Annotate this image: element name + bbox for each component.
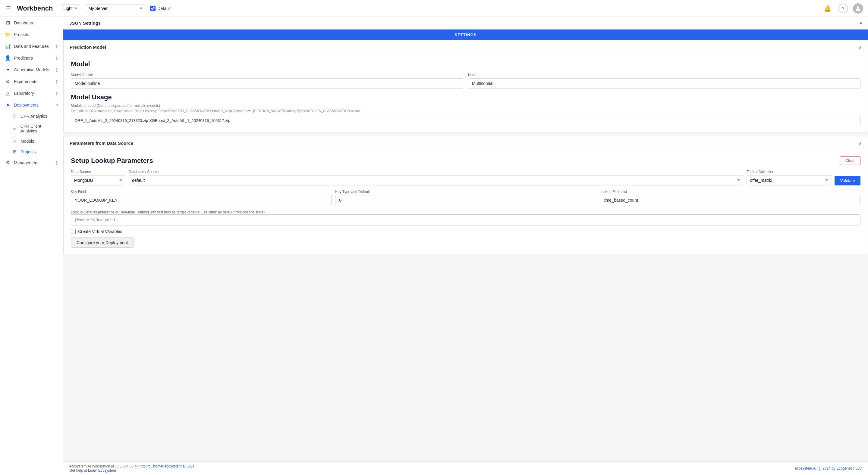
cpr-analytics-icon: ◎ [11,113,18,119]
footer-link[interactable]: http://customer.ecosystem.ai:3001 [140,464,194,468]
key-fields-row: Key Field Key Type and Default Lookup Fi… [71,190,861,205]
lookup-field-input[interactable] [600,195,861,205]
sidebar-label-models: Models [21,139,34,144]
validate-button[interactable]: Validate [835,176,861,185]
parameters-card: Parameters from Data Source ∧ Setup Look… [63,136,868,254]
lookup-defaults-label: Lookup Defaults (Inference or Real-time … [71,210,265,214]
sidebar-item-projects[interactable]: 📁 Projects [0,29,63,40]
server-select[interactable]: My Server [85,4,145,12]
footer: ecosystem.Ai Workbench (e) 0.6.304.05 on… [63,462,868,475]
models-icon: △ [11,138,18,144]
lookup-defaults-input[interactable] [71,214,861,226]
data-source-select[interactable]: MongoDB [71,175,125,185]
sidebar-item-cpr-analytics[interactable]: ◎ CPR Analytics [0,111,63,121]
chevron-icon-experiments: ❯ [55,79,58,84]
models-to-load-input[interactable] [71,115,861,126]
model-usage-title: Model Usage [71,93,861,101]
sidebar-item-predictors[interactable]: 👤 Predictors ❯ [0,52,63,64]
database-select[interactable]: default [129,175,743,185]
avatar[interactable] [853,3,863,13]
setup-title: Setup Lookup Parameters [71,157,153,165]
footer-version: ecosystem.Ai Workbench (e) 0.6.304.05 on [69,464,140,468]
deployments-icon: ➤ [5,102,11,108]
database-label: Database / Source [129,170,743,174]
sidebar: ⊞ Dashboard 📁 Projects 📊 Data and Featur… [0,17,63,475]
key-field-input[interactable] [71,195,332,205]
dashboard-icon: ⊞ [5,20,11,26]
chevron-icon-predictors: ❯ [55,56,58,60]
database-group: Database / Source default [129,170,743,185]
note-input[interactable] [468,78,861,89]
key-type-input[interactable] [335,195,596,205]
data-source-label: Data Source [71,170,125,174]
model-form-row: Model Outline Note [71,73,861,89]
experiments-icon: ⚙ [5,78,11,84]
key-field-group: Key Field [71,190,332,205]
sidebar-item-data-features[interactable]: 📊 Data and Features ❯ [0,40,63,52]
generative-icon: ✦ [5,67,11,72]
chevron-icon-management: ❯ [55,161,58,165]
sidebar-label-management: Management [14,161,38,165]
configure-deployment-button[interactable]: Configure your Deployment [71,238,133,248]
laboratory-icon: △ [5,90,11,96]
theme-select[interactable]: Light [60,4,80,12]
key-type-label: Key Type and Default [335,190,596,194]
sidebar-label-dashboard: Dashboard [14,21,35,25]
help-button[interactable]: ? [838,4,848,13]
sidebar-item-deployments[interactable]: ➤ Deployments ▾ [0,99,63,111]
data-source-group: Data Source MongoDB [71,170,125,185]
management-icon: ⚙ [5,160,11,166]
default-label: Default [157,6,170,11]
sidebar-item-dashboard[interactable]: ⊞ Dashboard [0,17,63,29]
setup-header: Setup Lookup Parameters Clear [71,156,861,165]
sidebar-item-experiments[interactable]: ⚙ Experiments ❯ [0,75,63,87]
default-checkbox[interactable] [150,6,156,11]
note-label: Note [468,73,861,77]
model-outline-input[interactable] [71,78,463,89]
data-features-icon: 📊 [5,43,11,49]
virtual-variables-label: Create Virtual Variables [78,229,122,234]
key-type-group: Key Type and Default [335,190,596,205]
virtual-variables-checkbox[interactable] [71,229,76,234]
json-settings-bar[interactable]: JSON Settings ▾ [63,17,868,30]
chevron-icon-deployments: ▾ [56,103,58,107]
clear-button[interactable]: Clear [840,156,861,165]
footer-help-link[interactable]: Learn Ecosystem [88,468,116,473]
sidebar-item-management[interactable]: ⚙ Management ❯ [0,157,63,169]
sidebar-label-experiments: Experiments [14,79,37,84]
sidebar-item-projects-sub[interactable]: ⊞ Projects [0,146,63,157]
model-outline-group: Model Outline [71,73,463,89]
parameters-title: Parameters from Data Source [70,141,133,146]
table-group: Table / Collection offer_matrix [747,170,831,185]
sidebar-label-generative: Generative Models [14,67,50,72]
sidebar-item-generative[interactable]: ✦ Generative Models ❯ [0,64,63,75]
sidebar-item-laboratory[interactable]: △ Laboratory ❯ [0,87,63,99]
json-settings-title: JSON Settings [69,21,101,26]
parameters-collapse-icon: ∧ [859,141,862,146]
projects-icon: 📁 [5,32,11,37]
model-usage-desc: Models to Load (Comma separated for mult… [71,104,861,108]
prediction-model-body: Model Model Outline Note Model Usage Mod… [64,54,868,132]
table-select[interactable]: offer_matrix [747,175,831,185]
sidebar-label-predictors: Predictors [14,56,33,61]
sidebar-label-cpr-analytics: CPR Analytics [21,114,47,118]
prediction-model-header[interactable]: Prediction Model ∧ [64,40,868,54]
svg-point-0 [857,6,859,9]
data-source-row: Data Source MongoDB Database / Source de… [71,170,861,185]
notification-bell[interactable]: 🔔 [821,4,834,13]
table-label: Table / Collection [747,170,831,174]
menu-icon[interactable]: ☰ [5,4,12,13]
sidebar-item-models[interactable]: △ Models [0,136,63,146]
sidebar-label-projects-sub: Projects [21,149,36,154]
footer-left: ecosystem.Ai Workbench (e) 0.6.304.05 on… [69,464,194,473]
parameters-header[interactable]: Parameters from Data Source ∧ [64,136,868,150]
settings-banner: SETTINGS [63,30,868,40]
sidebar-label-projects: Projects [14,32,29,37]
default-checkbox-wrapper: Default [150,6,170,11]
lookup-defaults-group: Lookup Defaults (Inference or Real-time … [71,209,861,226]
footer-company: by Ecogenetic LLC [832,466,862,471]
sidebar-item-cpr-client[interactable]: ○ CPR Client Analytics [0,121,63,136]
prediction-model-title: Prediction Model [70,44,106,50]
key-field-label: Key Field [71,190,332,194]
prediction-model-card: Prediction Model ∧ Model Model Outline N… [63,40,868,132]
